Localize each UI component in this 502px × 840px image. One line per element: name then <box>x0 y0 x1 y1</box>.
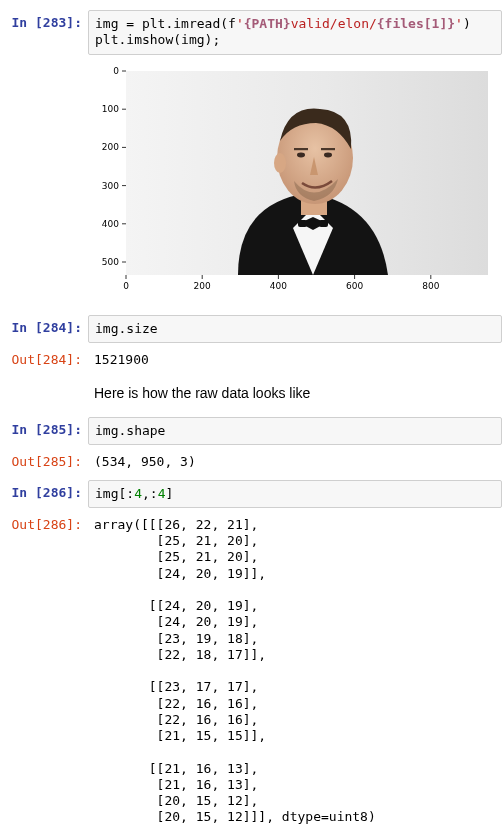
svg-rect-4 <box>319 220 328 227</box>
svg-rect-3 <box>298 220 307 227</box>
output-area: 1521900 <box>88 347 502 373</box>
output-text: array([[[26, 22, 21], [25, 21, 20], [25,… <box>88 512 502 831</box>
input-prompt: In [286]: <box>0 480 88 506</box>
code-cell-283: In [283]: img = plt.imread(f'{PATH}valid… <box>0 10 502 55</box>
output-cell-286: Out[286]: array([[[26, 22, 21], [25, 21,… <box>0 512 502 831</box>
output-prompt: Out[285]: <box>0 449 88 475</box>
code-input[interactable]: img = plt.imread(f'{PATH}valid/elon/{fil… <box>88 10 502 55</box>
plot-svg: 0 200 400 600 800 0 100 20 <box>88 63 498 311</box>
svg-rect-10 <box>294 148 308 150</box>
cell-content: img = plt.imread(f'{PATH}valid/elon/{fil… <box>88 10 502 55</box>
x-tick-label: 400 <box>270 281 287 291</box>
output-area: 0 200 400 600 800 0 100 20 <box>88 59 502 311</box>
cell-content: img[:4,:4] <box>88 480 502 508</box>
input-prompt: In [284]: <box>0 315 88 341</box>
output-cell-283: 0 200 400 600 800 0 100 20 <box>0 59 502 311</box>
cell-content: img.size <box>88 315 502 343</box>
string-close: ' <box>455 16 463 31</box>
empty-prompt <box>0 377 88 387</box>
output-cell-285: Out[285]: (534, 950, 3) <box>0 449 502 475</box>
y-tick-label: 400 <box>102 218 119 228</box>
string-open: ' <box>236 16 244 31</box>
output-text: (534, 950, 3) <box>88 449 502 475</box>
x-tick-label: 0 <box>123 281 129 291</box>
code-cell-284: In [284]: img.size <box>0 315 502 343</box>
svg-point-8 <box>297 152 305 157</box>
markdown-text: Here is how the raw data looks like <box>88 377 502 413</box>
code-cell-286: In [286]: img[:4,:4] <box>0 480 502 508</box>
code-fragment: img = plt.imread(f <box>95 16 236 31</box>
output-area: (534, 950, 3) <box>88 449 502 475</box>
matplotlib-figure: 0 200 400 600 800 0 100 20 <box>88 63 498 311</box>
code-input[interactable]: img.shape <box>88 417 502 445</box>
svg-point-2 <box>310 220 316 226</box>
input-prompt: In [285]: <box>0 417 88 443</box>
output-prompt: Out[286]: <box>0 512 88 538</box>
code-input[interactable]: img.size <box>88 315 502 343</box>
y-axis: 0 100 200 300 400 500 <box>102 66 126 267</box>
y-tick-label: 200 <box>102 142 119 152</box>
empty-prompt <box>0 59 88 69</box>
fstring-expr: {PATH} <box>244 16 291 31</box>
svg-point-7 <box>274 153 286 173</box>
code-input[interactable]: img[:4,:4] <box>88 480 502 508</box>
input-prompt: In [283]: <box>0 10 88 36</box>
y-tick-label: 300 <box>102 180 119 190</box>
y-tick-label: 100 <box>102 104 119 114</box>
svg-point-9 <box>324 152 332 157</box>
markdown-cell: Here is how the raw data looks like <box>0 377 502 413</box>
string-mid: valid/elon/ <box>291 16 377 31</box>
output-prompt: Out[284]: <box>0 347 88 373</box>
image-area <box>126 71 488 275</box>
x-axis: 0 200 400 600 800 <box>123 275 440 291</box>
num-literal: 4 <box>134 486 142 501</box>
x-tick-label: 800 <box>422 281 439 291</box>
code-text: ,: <box>142 486 158 501</box>
code-cell-285: In [285]: img.shape <box>0 417 502 445</box>
code-text: img[: <box>95 486 134 501</box>
cell-content: Here is how the raw data looks like <box>88 377 502 413</box>
code-text: ] <box>165 486 173 501</box>
output-cell-284: Out[284]: 1521900 <box>0 347 502 373</box>
x-tick-label: 600 <box>346 281 363 291</box>
output-area: array([[[26, 22, 21], [25, 21, 20], [25,… <box>88 512 502 831</box>
y-tick-label: 0 <box>113 66 119 76</box>
output-text: 1521900 <box>88 347 502 373</box>
cell-content: img.shape <box>88 417 502 445</box>
x-tick-label: 200 <box>194 281 211 291</box>
fstring-expr: {files[1]} <box>377 16 455 31</box>
svg-rect-11 <box>321 148 335 150</box>
y-tick-label: 500 <box>102 257 119 267</box>
